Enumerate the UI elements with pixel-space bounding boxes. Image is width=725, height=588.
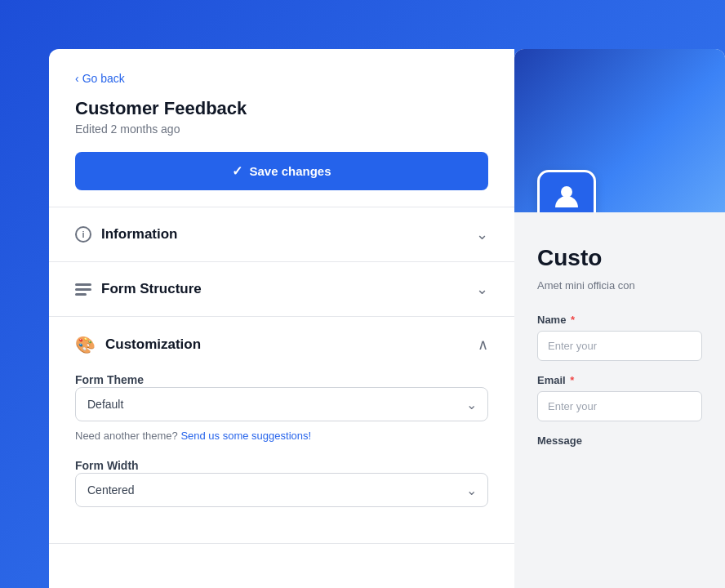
customization-title: Customization (105, 336, 201, 353)
preview-banner (514, 49, 725, 212)
information-section: i Information ⌄ (49, 207, 514, 262)
email-required-mark: * (570, 374, 574, 386)
preview-message-label: Message (537, 434, 702, 447)
form-theme-select[interactable]: Default Dark Light Minimal (75, 387, 488, 421)
information-title: Information (101, 226, 178, 243)
customization-chevron-up-icon: ∧ (478, 336, 488, 354)
accordion-left: Form Structure (75, 281, 202, 297)
preview-form-desc: Amet mini officia con (537, 278, 702, 294)
preview-form-title: Custo (537, 245, 702, 271)
accordion-left: i Information (75, 226, 178, 243)
palette-icon: 🎨 (75, 335, 96, 354)
chevron-left-icon: ‹ (75, 72, 79, 85)
name-required-mark: * (571, 314, 575, 326)
check-icon: ✓ (232, 163, 242, 179)
hint-text: Need another theme? Send us some suggest… (75, 430, 488, 442)
go-back-link[interactable]: ‹ Go back (75, 72, 488, 85)
info-icon: i (75, 226, 91, 243)
hint-link-label: Send us some suggestions! (180, 430, 311, 442)
preview-logo-icon (552, 181, 581, 212)
main-container: ‹ Go back Customer Feedback Edited 2 mon… (49, 49, 725, 588)
information-chevron-down-icon: ⌄ (476, 225, 488, 243)
hint-link[interactable]: Send us some suggestions! (180, 430, 311, 442)
preview-email-label: Email * (537, 374, 702, 386)
customization-accordion-header[interactable]: 🎨 Customization ∧ (75, 317, 488, 372)
form-width-select[interactable]: Centered Full Width Narrow (75, 473, 488, 507)
form-title: Customer Feedback (75, 98, 488, 119)
form-theme-select-wrapper: Default Dark Light Minimal ⌄ (75, 387, 488, 421)
form-structure-chevron-down-icon: ⌄ (476, 280, 488, 298)
form-theme-label: Form Theme (75, 373, 144, 386)
preview-name-field: Name * Enter your (537, 314, 702, 361)
customization-section: 🎨 Customization ∧ Form Theme Default Dar… (49, 317, 514, 544)
preview-logo-container (537, 170, 596, 212)
form-width-label: Form Width (75, 459, 139, 472)
panel-header: ‹ Go back Customer Feedback Edited 2 mon… (49, 49, 514, 207)
save-button-label: Save changes (249, 164, 331, 178)
accordion-left: 🎨 Customization (75, 335, 201, 354)
svg-point-0 (561, 186, 572, 198)
preview-content: Custo Amet mini officia con Name * Enter… (514, 212, 725, 476)
save-changes-button[interactable]: ✓ Save changes (75, 152, 488, 190)
form-theme-group: Form Theme Default Dark Light Minimal ⌄ … (75, 372, 488, 442)
form-structure-section: Form Structure ⌄ (49, 262, 514, 317)
form-structure-title: Form Structure (101, 281, 202, 297)
preview-message-field: Message (537, 434, 702, 447)
customization-content: Form Theme Default Dark Light Minimal ⌄ … (75, 372, 488, 543)
hint-prefix: Need another theme? (75, 430, 178, 442)
form-width-select-wrapper: Centered Full Width Narrow ⌄ (75, 473, 488, 507)
preview-name-input: Enter your (537, 331, 702, 361)
preview-email-input: Enter your (537, 391, 702, 421)
preview-email-field: Email * Enter your (537, 374, 702, 421)
form-structure-accordion-header[interactable]: Form Structure ⌄ (75, 262, 488, 316)
left-panel: ‹ Go back Customer Feedback Edited 2 mon… (49, 49, 514, 588)
form-structure-icon (75, 283, 91, 296)
go-back-label: Go back (82, 72, 125, 85)
form-subtitle: Edited 2 months ago (75, 122, 488, 136)
form-width-group: Form Width Centered Full Width Narrow ⌄ (75, 458, 488, 507)
right-panel: Custo Amet mini officia con Name * Enter… (514, 49, 725, 588)
preview-name-label: Name * (537, 314, 702, 326)
information-accordion-header[interactable]: i Information ⌄ (75, 207, 488, 261)
